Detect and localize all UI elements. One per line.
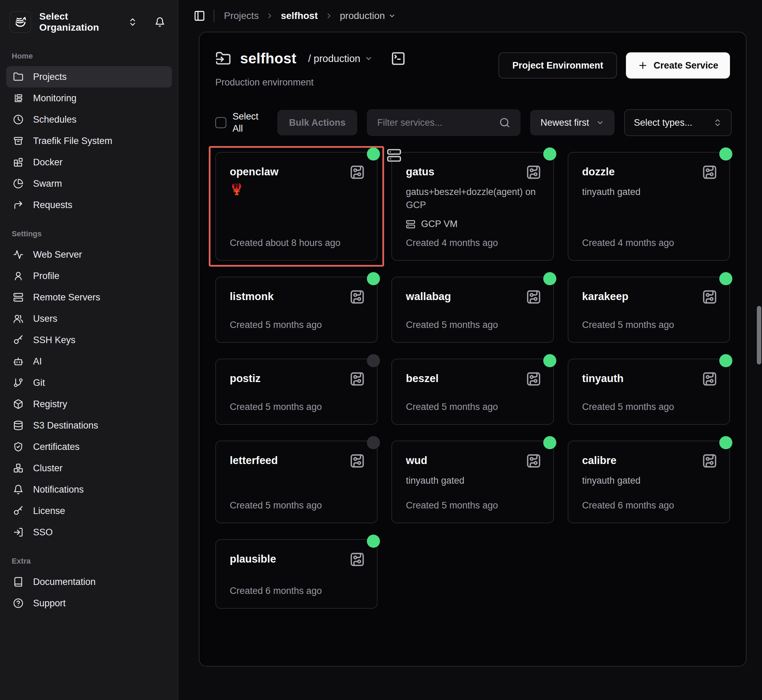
service-card-beszel[interactable]: beszel Created 5 months ago [391, 359, 554, 425]
create-service-button[interactable]: Create Service [626, 52, 730, 78]
sidebar-item-monitoring[interactable]: Monitoring [6, 88, 172, 109]
sidebar-item-label: Certificates [33, 442, 80, 452]
logs-icon [13, 93, 23, 103]
filter-services-input[interactable] [377, 117, 499, 128]
sidebar-item-users[interactable]: Users [6, 308, 172, 329]
sidebar-item-cluster[interactable]: Cluster [6, 458, 172, 479]
sidebar-item-documentation[interactable]: Documentation [6, 571, 172, 592]
service-card-calibre[interactable]: calibre tinyauth gated Created 6 months … [568, 441, 730, 523]
sidebar-item-certificates[interactable]: Certificates [6, 436, 172, 458]
sidebar-item-schedules[interactable]: Schedules [6, 109, 172, 130]
chevron-down-icon [364, 55, 373, 63]
service-created: Created 5 months ago [406, 402, 539, 412]
service-emoji: 🦞 [230, 184, 363, 195]
select-all-label: Select All [233, 111, 268, 135]
package-icon [13, 399, 23, 409]
service-name: gatus [406, 166, 539, 178]
service-card-dozzle[interactable]: dozzle tinyauth gated Created 4 months a… [568, 152, 730, 261]
shield-check-icon [13, 442, 23, 452]
vertical-scrollbar-thumb[interactable] [757, 306, 761, 364]
service-created: Created 5 months ago [582, 402, 715, 412]
sidebar-item-label: Web Server [33, 249, 82, 260]
breadcrumb-projects[interactable]: Projects [224, 10, 259, 21]
create-service-label: Create Service [653, 60, 718, 71]
bulk-actions-button[interactable]: Bulk Actions [277, 110, 357, 135]
service-card-openclaw[interactable]: openclaw 🦞 Created about 8 hours ago [215, 152, 378, 261]
service-name: postiz [230, 372, 363, 385]
folder-input-icon [215, 51, 231, 67]
sidebar-item-ssh-keys[interactable]: SSH Keys [6, 329, 172, 351]
book-icon [13, 577, 23, 587]
bell-icon [13, 484, 23, 495]
service-created: Created 4 months ago [582, 238, 715, 248]
sidebar: Select Organization Home Projects Monito… [0, 0, 178, 700]
environment-selector[interactable]: / production [308, 53, 373, 64]
chevron-right-icon [265, 12, 274, 20]
service-card-karakeep[interactable]: karakeep Created 5 months ago [568, 277, 730, 343]
sidebar-item-sso[interactable]: SSO [6, 522, 172, 543]
service-card-tinyauth[interactable]: tinyauth Created 5 months ago [568, 359, 730, 425]
sidebar-item-projects[interactable]: Projects [6, 66, 172, 88]
sidebar-item-label: SSO [33, 527, 53, 538]
chevron-down-icon [596, 119, 604, 127]
circuit-board-icon [702, 289, 718, 305]
circuit-board-icon [526, 289, 542, 305]
service-card-listmonk[interactable]: listmonk Created 5 months ago [215, 277, 378, 343]
sidebar-item-label: Profile [33, 271, 59, 281]
org-label: Select Organization [39, 11, 118, 33]
service-card-wud[interactable]: wud tinyauth gated Created 5 months ago [391, 441, 554, 523]
project-environment-label: Project Environment [512, 60, 603, 70]
service-card-letterfeed[interactable]: letterfeed Created 5 months ago [215, 441, 378, 523]
sidebar-item-profile[interactable]: Profile [6, 265, 172, 287]
sidebar-item-traefik-file-system[interactable]: Traefik File System [6, 130, 172, 152]
breadcrumb-environment-label: production [340, 10, 385, 21]
service-card-postiz[interactable]: postiz Created 5 months ago [215, 359, 378, 425]
sort-dropdown[interactable]: Newest first [530, 110, 615, 135]
service-name: dozzle [582, 166, 715, 178]
sidebar-item-remote-servers[interactable]: Remote Servers [6, 287, 172, 308]
pie-chart-icon [13, 178, 23, 189]
sidebar-item-label: Docker [33, 157, 63, 168]
status-dot-offline [367, 354, 380, 367]
types-dropdown[interactable]: Select types... [624, 109, 732, 136]
bulk-actions-label: Bulk Actions [289, 117, 345, 128]
sidebar-item-git[interactable]: Git [6, 372, 172, 394]
status-dot-online [367, 272, 380, 285]
project-environment-button[interactable]: Project Environment [498, 52, 617, 78]
service-created: Created 5 months ago [406, 500, 539, 511]
sidebar-item-notifications[interactable]: Notifications [6, 479, 172, 500]
breadcrumb: Projects selfhost production [224, 10, 396, 21]
circuit-board-icon [349, 552, 365, 567]
status-dot-offline [367, 436, 380, 449]
sidebar-item-ai[interactable]: AI [6, 351, 172, 372]
notifications-bell-icon[interactable] [153, 16, 166, 28]
key-round-icon [13, 506, 23, 516]
topbar-divider [214, 9, 214, 22]
types-label: Select types... [634, 117, 692, 128]
terminal-button[interactable] [390, 51, 406, 66]
sidebar-item-swarm[interactable]: Swarm [6, 173, 172, 194]
sidebar-item-registry[interactable]: Registry [6, 394, 172, 415]
sidebar-toggle-icon[interactable] [194, 10, 205, 22]
sidebar-item-s3-destinations[interactable]: S3 Destinations [6, 415, 172, 436]
service-card-plausible[interactable]: plausible Created 6 months ago [215, 539, 378, 609]
organization-switcher[interactable]: Select Organization [6, 9, 172, 35]
corner-up-right-icon [13, 200, 23, 210]
service-created: Created 5 months ago [230, 500, 363, 511]
service-card-gatus[interactable]: gatus gatus+beszel+dozzle(agent) on GCP … [391, 152, 554, 261]
service-description: tinyauth gated [582, 474, 715, 488]
select-all-checkbox[interactable] [215, 117, 226, 128]
sidebar-item-web-server[interactable]: Web Server [6, 244, 172, 265]
service-description: tinyauth gated [582, 186, 715, 199]
sidebar-item-label: Support [33, 598, 66, 609]
breadcrumb-project[interactable]: selfhost [281, 10, 318, 21]
breadcrumb-environment[interactable]: production [340, 10, 396, 21]
select-all-control: Select All [215, 111, 268, 135]
service-card-wallabag[interactable]: wallabag Created 5 months ago [391, 277, 554, 343]
database-icon [13, 420, 23, 431]
sidebar-item-requests[interactable]: Requests [6, 194, 172, 216]
chevrons-up-down-icon[interactable] [126, 16, 139, 28]
sidebar-item-docker[interactable]: Docker [6, 152, 172, 173]
sidebar-item-support[interactable]: Support [6, 592, 172, 614]
sidebar-item-license[interactable]: License [6, 500, 172, 522]
